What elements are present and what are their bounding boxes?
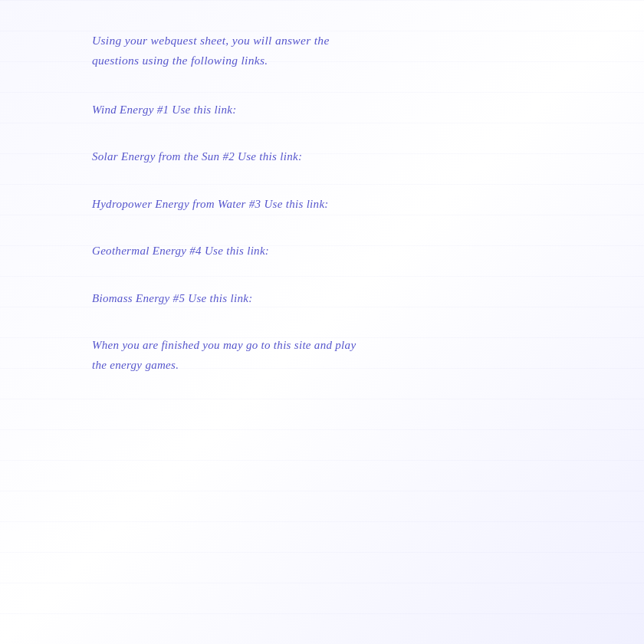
- geothermal-energy-label: Geothermal Energy #4 Use this link:: [92, 242, 583, 261]
- hydropower-energy-section: Hydropower Energy from Water #3 Use this…: [92, 195, 583, 215]
- intro-line-2: questions using the following links.: [92, 51, 583, 71]
- hydropower-energy-label: Hydropower Energy from Water #3 Use this…: [92, 195, 583, 215]
- intro-section: Using your webquest sheet, you will answ…: [92, 31, 583, 71]
- biomass-energy-label: Biomass Energy #5 Use this link:: [92, 289, 583, 309]
- page-background: Using your webquest sheet, you will answ…: [0, 0, 644, 644]
- wind-energy-section: Wind Energy #1 Use this link:: [92, 100, 583, 120]
- solar-energy-label: Solar Energy from the Sun #2 Use this li…: [92, 147, 583, 167]
- wind-energy-label: Wind Energy #1 Use this link:: [92, 100, 583, 120]
- closing-section: When you are finished you may go to this…: [92, 336, 583, 375]
- closing-line-1: When you are finished you may go to this…: [92, 336, 583, 356]
- solar-energy-section: Solar Energy from the Sun #2 Use this li…: [92, 147, 583, 167]
- geothermal-energy-section: Geothermal Energy #4 Use this link:: [92, 242, 583, 261]
- closing-line-2: the energy games.: [92, 356, 583, 376]
- intro-line-1: Using your webquest sheet, you will answ…: [92, 31, 583, 51]
- biomass-energy-section: Biomass Energy #5 Use this link:: [92, 289, 583, 309]
